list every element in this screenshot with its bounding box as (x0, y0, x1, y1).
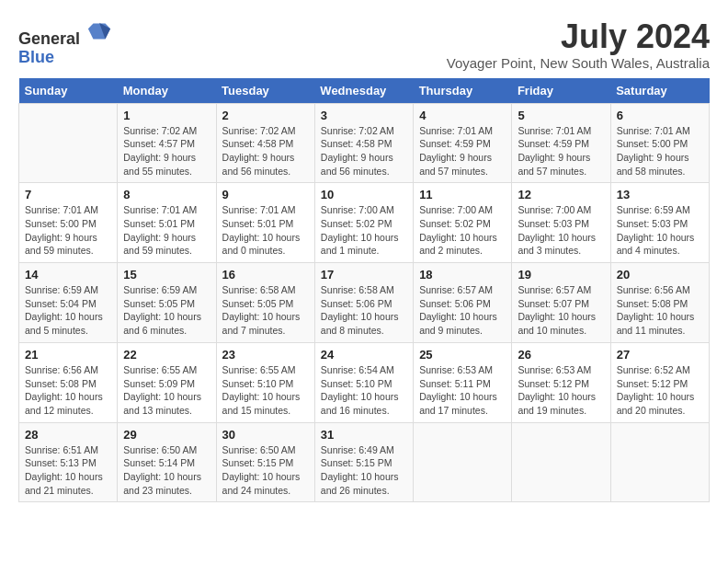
day-info: Sunrise: 7:01 AM Sunset: 5:00 PM Dayligh… (617, 124, 703, 178)
day-number: 27 (617, 348, 703, 362)
day-number: 17 (321, 268, 407, 282)
calendar-cell (414, 422, 512, 502)
day-number: 18 (419, 268, 506, 282)
day-info: Sunrise: 7:01 AM Sunset: 5:00 PM Dayligh… (25, 203, 111, 258)
day-info: Sunrise: 6:58 AM Sunset: 5:05 PM Dayligh… (222, 283, 309, 338)
calendar-cell: 10Sunrise: 7:00 AM Sunset: 5:02 PM Dayli… (314, 183, 413, 263)
day-number: 20 (617, 268, 703, 282)
calendar-cell: 26Sunrise: 6:53 AM Sunset: 5:12 PM Dayli… (512, 342, 610, 422)
logo-icon (86, 18, 112, 44)
calendar-cell: 5Sunrise: 7:01 AM Sunset: 4:59 PM Daylig… (512, 103, 610, 183)
calendar-cell: 11Sunrise: 7:00 AM Sunset: 5:02 PM Dayli… (414, 183, 512, 263)
calendar-cell: 27Sunrise: 6:52 AM Sunset: 5:12 PM Dayli… (610, 342, 709, 422)
day-info: Sunrise: 6:49 AM Sunset: 5:15 PM Dayligh… (321, 443, 407, 498)
day-number: 8 (123, 188, 210, 201)
calendar-cell: 24Sunrise: 6:54 AM Sunset: 5:10 PM Dayli… (314, 342, 413, 422)
day-info: Sunrise: 7:01 AM Sunset: 4:59 PM Dayligh… (419, 124, 506, 178)
location-title: Voyager Point, New South Wales, Australi… (447, 55, 710, 71)
header-cell-thursday: Thursday (414, 78, 512, 104)
calendar-week-3: 14Sunrise: 6:59 AM Sunset: 5:04 PM Dayli… (19, 263, 710, 343)
day-info: Sunrise: 6:55 AM Sunset: 5:09 PM Dayligh… (123, 363, 210, 418)
header-cell-monday: Monday (118, 78, 216, 104)
calendar-cell: 1Sunrise: 7:02 AM Sunset: 4:57 PM Daylig… (118, 103, 216, 183)
calendar-table: SundayMondayTuesdayWednesdayThursdayFrid… (18, 78, 710, 503)
day-number: 6 (617, 109, 703, 122)
day-number: 9 (222, 188, 309, 201)
header-cell-friday: Friday (512, 78, 610, 104)
day-number: 11 (419, 188, 506, 201)
day-info: Sunrise: 6:56 AM Sunset: 5:08 PM Dayligh… (617, 283, 703, 338)
calendar-cell (512, 422, 610, 502)
day-info: Sunrise: 6:57 AM Sunset: 5:07 PM Dayligh… (518, 283, 604, 338)
day-number: 4 (419, 109, 506, 122)
day-info: Sunrise: 6:50 AM Sunset: 5:15 PM Dayligh… (222, 443, 309, 498)
day-info: Sunrise: 6:52 AM Sunset: 5:12 PM Dayligh… (617, 363, 703, 418)
day-info: Sunrise: 6:58 AM Sunset: 5:06 PM Dayligh… (321, 283, 407, 338)
day-info: Sunrise: 7:00 AM Sunset: 5:02 PM Dayligh… (321, 203, 407, 258)
calendar-cell: 25Sunrise: 6:53 AM Sunset: 5:11 PM Dayli… (414, 342, 512, 422)
calendar-cell: 28Sunrise: 6:51 AM Sunset: 5:13 PM Dayli… (19, 422, 118, 502)
header-cell-tuesday: Tuesday (216, 78, 314, 104)
calendar-cell: 2Sunrise: 7:02 AM Sunset: 4:58 PM Daylig… (216, 103, 314, 183)
calendar-cell: 19Sunrise: 6:57 AM Sunset: 5:07 PM Dayli… (512, 263, 610, 343)
calendar-cell: 7Sunrise: 7:01 AM Sunset: 5:00 PM Daylig… (19, 183, 118, 263)
day-info: Sunrise: 7:01 AM Sunset: 4:59 PM Dayligh… (518, 124, 604, 178)
day-info: Sunrise: 7:02 AM Sunset: 4:58 PM Dayligh… (222, 124, 309, 178)
day-number: 28 (25, 428, 111, 442)
day-info: Sunrise: 6:56 AM Sunset: 5:08 PM Dayligh… (25, 363, 111, 418)
calendar-cell: 14Sunrise: 6:59 AM Sunset: 5:04 PM Dayli… (19, 263, 118, 343)
calendar-week-1: 1Sunrise: 7:02 AM Sunset: 4:57 PM Daylig… (19, 103, 710, 183)
day-info: Sunrise: 6:59 AM Sunset: 5:04 PM Dayligh… (25, 283, 111, 338)
day-info: Sunrise: 6:54 AM Sunset: 5:10 PM Dayligh… (321, 363, 407, 418)
calendar-cell: 22Sunrise: 6:55 AM Sunset: 5:09 PM Dayli… (118, 342, 216, 422)
calendar-week-5: 28Sunrise: 6:51 AM Sunset: 5:13 PM Dayli… (19, 422, 710, 502)
header-cell-wednesday: Wednesday (314, 78, 413, 104)
day-number: 29 (123, 428, 210, 442)
day-info: Sunrise: 7:02 AM Sunset: 4:58 PM Dayligh… (321, 124, 407, 178)
day-number: 1 (123, 109, 210, 122)
calendar-week-2: 7Sunrise: 7:01 AM Sunset: 5:00 PM Daylig… (19, 183, 710, 263)
day-number: 10 (321, 188, 407, 201)
day-number: 15 (123, 268, 210, 282)
calendar-cell: 13Sunrise: 6:59 AM Sunset: 5:03 PM Dayli… (610, 183, 709, 263)
day-number: 5 (518, 109, 604, 122)
day-number: 14 (25, 268, 111, 282)
header-cell-sunday: Sunday (19, 78, 118, 104)
calendar-cell: 21Sunrise: 6:56 AM Sunset: 5:08 PM Dayli… (19, 342, 118, 422)
day-info: Sunrise: 6:50 AM Sunset: 5:14 PM Dayligh… (123, 443, 210, 498)
calendar-cell: 20Sunrise: 6:56 AM Sunset: 5:08 PM Dayli… (610, 263, 709, 343)
day-info: Sunrise: 6:59 AM Sunset: 5:03 PM Dayligh… (617, 203, 703, 258)
day-info: Sunrise: 6:55 AM Sunset: 5:10 PM Dayligh… (222, 363, 309, 418)
day-number: 19 (518, 268, 604, 282)
calendar-cell: 18Sunrise: 6:57 AM Sunset: 5:06 PM Dayli… (414, 263, 512, 343)
day-number: 12 (518, 188, 604, 201)
calendar-cell: 8Sunrise: 7:01 AM Sunset: 5:01 PM Daylig… (118, 183, 216, 263)
calendar-cell: 17Sunrise: 6:58 AM Sunset: 5:06 PM Dayli… (314, 263, 413, 343)
logo: General Blue (18, 18, 112, 67)
calendar-cell: 29Sunrise: 6:50 AM Sunset: 5:14 PM Dayli… (118, 422, 216, 502)
day-number: 22 (123, 348, 210, 362)
day-info: Sunrise: 6:57 AM Sunset: 5:06 PM Dayligh… (419, 283, 506, 338)
calendar-cell (610, 422, 709, 502)
header-row: SundayMondayTuesdayWednesdayThursdayFrid… (19, 78, 710, 104)
day-number: 25 (419, 348, 506, 362)
day-info: Sunrise: 6:59 AM Sunset: 5:05 PM Dayligh… (123, 283, 210, 338)
day-info: Sunrise: 6:51 AM Sunset: 5:13 PM Dayligh… (25, 443, 111, 498)
month-title: July 2024 (447, 18, 710, 55)
calendar-cell: 15Sunrise: 6:59 AM Sunset: 5:05 PM Dayli… (118, 263, 216, 343)
day-info: Sunrise: 7:01 AM Sunset: 5:01 PM Dayligh… (222, 203, 309, 258)
day-number: 31 (321, 428, 407, 442)
day-info: Sunrise: 7:01 AM Sunset: 5:01 PM Dayligh… (123, 203, 210, 258)
day-number: 13 (617, 188, 703, 201)
calendar-cell: 9Sunrise: 7:01 AM Sunset: 5:01 PM Daylig… (216, 183, 314, 263)
header-cell-saturday: Saturday (610, 78, 709, 104)
calendar-cell: 3Sunrise: 7:02 AM Sunset: 4:58 PM Daylig… (314, 103, 413, 183)
calendar-cell: 23Sunrise: 6:55 AM Sunset: 5:10 PM Dayli… (216, 342, 314, 422)
calendar-week-4: 21Sunrise: 6:56 AM Sunset: 5:08 PM Dayli… (19, 342, 710, 422)
day-info: Sunrise: 7:02 AM Sunset: 4:57 PM Dayligh… (123, 124, 210, 178)
calendar-cell: 12Sunrise: 7:00 AM Sunset: 5:03 PM Dayli… (512, 183, 610, 263)
calendar-cell: 16Sunrise: 6:58 AM Sunset: 5:05 PM Dayli… (216, 263, 314, 343)
calendar-cell: 31Sunrise: 6:49 AM Sunset: 5:15 PM Dayli… (314, 422, 413, 502)
calendar-cell (19, 103, 118, 183)
logo-general: General (18, 18, 112, 49)
